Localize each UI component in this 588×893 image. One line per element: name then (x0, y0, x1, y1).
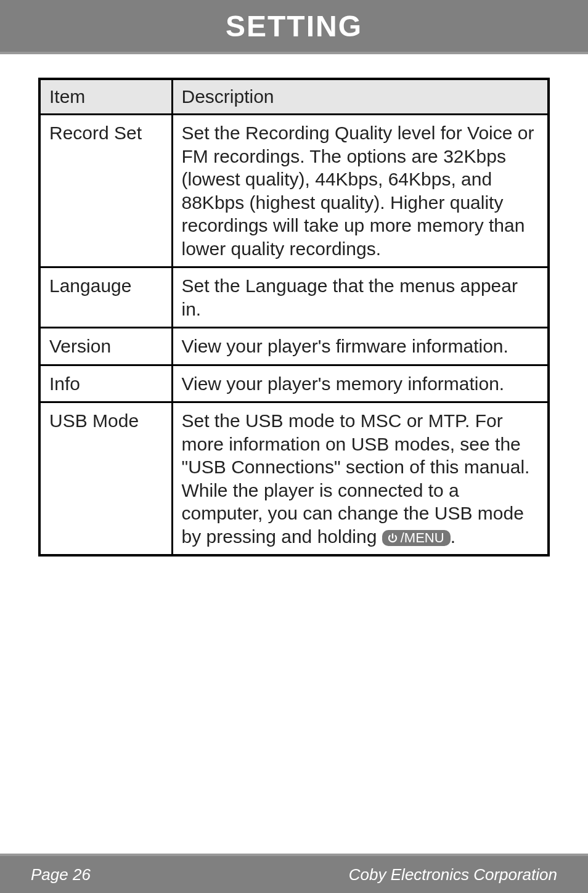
header-description: Description (172, 79, 549, 115)
page-root: SETTING Item Description Record Set Set … (0, 0, 588, 893)
cell-description: Set the Recording Quality level for Voic… (172, 115, 549, 267)
table-row: USB Mode Set the USB mode to MSC or MTP.… (39, 402, 549, 556)
cell-description: View your player's firmware information. (172, 328, 549, 365)
power-icon (387, 532, 398, 544)
table-row: Record Set Set the Recording Quality lev… (39, 115, 549, 267)
cell-item: Langauge (39, 267, 172, 328)
cell-item: Version (39, 328, 172, 365)
table-row: Version View your player's firmware info… (39, 328, 549, 365)
content-area: Item Description Record Set Set the Reco… (0, 54, 588, 893)
menu-label: /MENU (401, 531, 444, 545)
footer-page-number: Page 26 (31, 865, 91, 884)
table-row: Langauge Set the Language that the menus… (39, 267, 549, 328)
header-bar: SETTING (0, 0, 588, 54)
header-item: Item (39, 79, 172, 115)
cell-description: View your player's memory information. (172, 365, 549, 402)
cell-item: Record Set (39, 115, 172, 267)
cell-description: Set the USB mode to MSC or MTP. For more… (172, 402, 549, 556)
table-header-row: Item Description (39, 79, 549, 115)
footer-company: Coby Electronics Corporation (349, 865, 557, 884)
cell-item: Info (39, 365, 172, 402)
page-title: SETTING (226, 9, 362, 43)
cell-item: USB Mode (39, 402, 172, 556)
footer-bar: Page 26 Coby Electronics Corporation (0, 854, 588, 893)
usb-desc-part3: . (451, 526, 455, 547)
power-menu-button-icon: /MENU (382, 530, 451, 546)
usb-desc-part2: While the player is connected to a compu… (182, 480, 524, 547)
table-row: Info View your player's memory informati… (39, 365, 549, 402)
cell-description: Set the Language that the menus appear i… (172, 267, 549, 328)
usb-desc-part1: Set the USB mode to MSC or MTP. For more… (182, 410, 530, 477)
settings-table: Item Description Record Set Set the Reco… (38, 78, 550, 557)
